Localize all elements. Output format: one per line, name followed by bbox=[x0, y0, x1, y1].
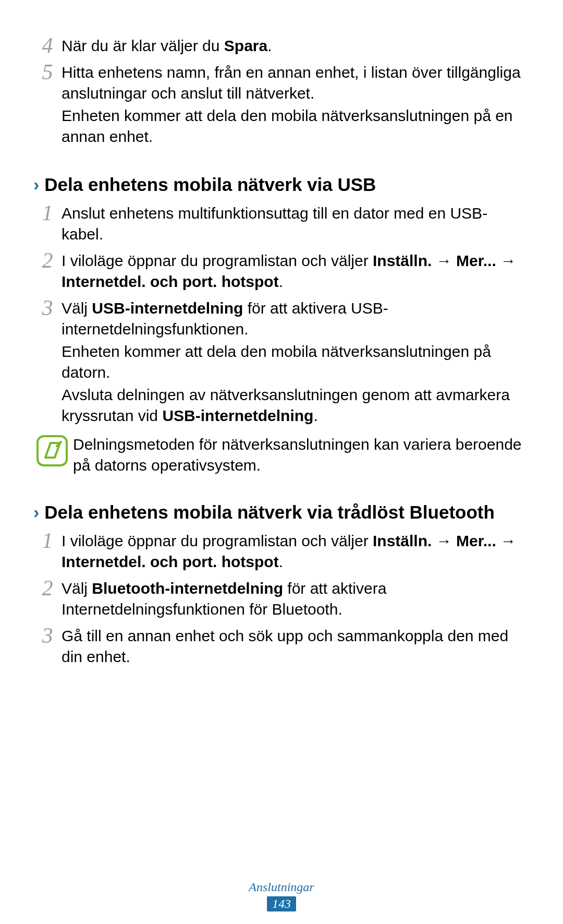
section-heading-text: Dela enhetens mobila nätverk via trådlös… bbox=[44, 501, 495, 523]
step-text: I viloläge öppnar du programlistan och v… bbox=[58, 250, 527, 294]
step-text: Hitta enhetens namn, från en annan enhet… bbox=[58, 62, 527, 149]
text-span: I viloläge öppnar du programlistan och v… bbox=[62, 532, 373, 549]
bt-step-1: 1 I viloläge öppnar du programlistan och… bbox=[36, 531, 527, 574]
text-span: . bbox=[279, 273, 283, 290]
usb-step-1: 1 Anslut enhetens multifunktionsuttag ti… bbox=[36, 203, 527, 246]
step-text: Anslut enhetens multifunktionsuttag till… bbox=[58, 203, 527, 246]
step-number: 1 bbox=[36, 530, 58, 574]
arrow-icon: → bbox=[496, 532, 516, 549]
text-paragraph: Enheten kommer att dela den mobila nätve… bbox=[62, 105, 527, 148]
chevron-right-icon: › bbox=[33, 174, 39, 195]
footer-category: Anslutningar bbox=[0, 880, 563, 894]
arrow-icon: → bbox=[496, 252, 516, 269]
text-bold: Internetdel. och port. hotspot bbox=[62, 273, 279, 290]
text-bold: Bluetooth-internetdelning bbox=[92, 580, 283, 597]
text-paragraph: Enheten kommer att dela den mobila nätve… bbox=[62, 341, 527, 383]
text-span: Välj bbox=[62, 299, 92, 317]
text-paragraph: Gå till en annan enhet och sök upp och s… bbox=[62, 626, 527, 668]
step-text: När du är klar väljer du Spara. bbox=[58, 35, 527, 58]
step-number: 4 bbox=[36, 34, 58, 58]
note-text: Delningsmetoden för nätverksanslutningen… bbox=[73, 434, 527, 476]
usb-step-2: 2 I viloläge öppnar du programlistan och… bbox=[36, 250, 527, 294]
step-5: 5 Hitta enhetens namn, från en annan enh… bbox=[36, 62, 527, 149]
step-number: 1 bbox=[36, 202, 58, 246]
note-icon bbox=[36, 435, 68, 466]
note-block: Delningsmetoden för nätverksanslutningen… bbox=[36, 434, 527, 476]
step-number: 3 bbox=[36, 297, 58, 428]
step-number: 2 bbox=[36, 577, 58, 621]
step-text: Gå till en annan enhet och sök upp och s… bbox=[58, 626, 527, 669]
text-bold: Inställn. bbox=[373, 532, 432, 549]
text-span: När du är klar väljer du bbox=[62, 37, 224, 54]
step-number: 5 bbox=[36, 61, 58, 149]
arrow-icon: → bbox=[432, 532, 456, 549]
page-content: 4 När du är klar väljer du Spara. 5 Hitt… bbox=[0, 0, 563, 669]
step-4: 4 När du är klar väljer du Spara. bbox=[36, 35, 527, 58]
text-span: I viloläge öppnar du programlistan och v… bbox=[62, 252, 373, 269]
chevron-right-icon: › bbox=[33, 501, 39, 523]
step-text: I viloläge öppnar du programlistan och v… bbox=[58, 531, 527, 574]
text-bold: Spara bbox=[224, 37, 267, 54]
section-heading-bt: › Dela enhetens mobila nätverk via trådl… bbox=[33, 501, 527, 523]
step-number: 2 bbox=[36, 249, 58, 294]
bt-step-3: 3 Gå till en annan enhet och sök upp och… bbox=[36, 626, 527, 669]
text-paragraph: Anslut enhetens multifunktionsuttag till… bbox=[62, 203, 527, 245]
text-bold: USB-internetdelning bbox=[162, 407, 313, 424]
text-span: Välj bbox=[62, 580, 92, 597]
usb-step-3: 3 Välj USB-internetdelning för att aktiv… bbox=[36, 298, 527, 428]
step-text: Välj USB-internetdelning för att aktiver… bbox=[58, 298, 527, 428]
page-footer: Anslutningar 143 bbox=[0, 880, 563, 911]
arrow-icon: → bbox=[432, 252, 456, 269]
section-heading-text: Dela enhetens mobila nätverk via USB bbox=[44, 174, 376, 196]
text-paragraph: Hitta enhetens namn, från en annan enhet… bbox=[62, 62, 527, 104]
text-bold: Mer... bbox=[456, 532, 496, 549]
text-bold: Inställn. bbox=[373, 252, 432, 269]
text-bold: Internetdel. och port. hotspot bbox=[62, 553, 279, 570]
step-text: Välj Bluetooth-internetdelning för att a… bbox=[58, 578, 527, 621]
footer-page-number: 143 bbox=[267, 896, 296, 911]
text-bold: Mer... bbox=[456, 252, 496, 269]
svg-rect-0 bbox=[38, 436, 67, 465]
step-number: 3 bbox=[36, 625, 58, 669]
text-span: . bbox=[267, 37, 272, 54]
text-span: . bbox=[313, 407, 317, 424]
text-span: . bbox=[279, 553, 283, 570]
text-bold: USB-internetdelning bbox=[92, 299, 243, 317]
bt-step-2: 2 Välj Bluetooth-internetdelning för att… bbox=[36, 578, 527, 621]
section-heading-usb: › Dela enhetens mobila nätverk via USB bbox=[33, 174, 527, 196]
